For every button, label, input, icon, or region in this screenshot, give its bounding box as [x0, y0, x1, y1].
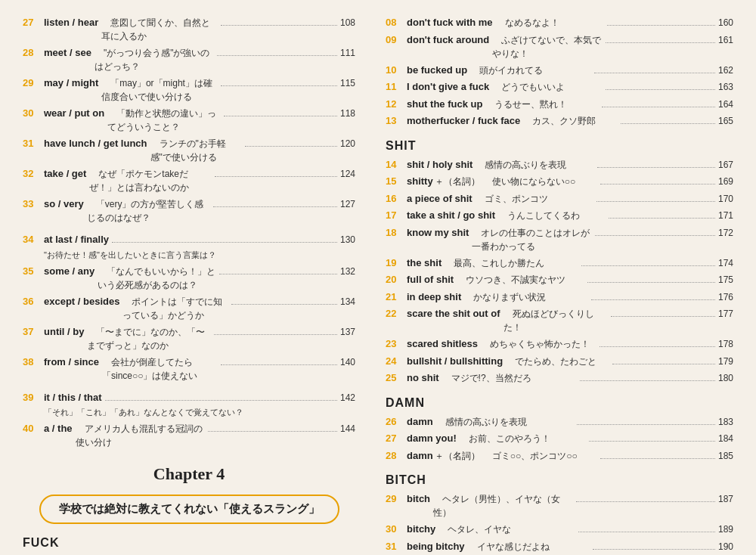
entry-desc: ヘタレ、イヤな — [438, 522, 575, 536]
list-item: 31being bitchy イヤな感じだよね190 — [386, 539, 733, 554]
entry-page: 184 — [718, 432, 733, 445]
entry-term: I don't give a fuck — [407, 79, 489, 95]
entry-dots — [215, 167, 337, 177]
entry-num: 27 — [386, 431, 407, 446]
entry-dots — [593, 540, 715, 550]
entry-dots — [217, 46, 337, 56]
entry-page: 187 — [718, 492, 733, 506]
entries-27-33: 27listen / hear 意図して聞くか、自然と耳に入るか10828mee… — [23, 15, 355, 225]
entry-extra: ＋（名詞） — [435, 175, 480, 188]
list-item: 23scared shitless めちゃくちゃ怖かった！178 — [386, 336, 733, 352]
entry-39: 39 it / this / that 142 「それ」「これ」「あれ」なんとな… — [23, 390, 355, 419]
page-layout: 27listen / hear 意図して聞くか、自然と耳に入るか10828mee… — [23, 15, 733, 555]
entry-term: wear / put on — [44, 106, 104, 121]
entry-num: 19 — [386, 256, 407, 271]
list-item: 31have lunch / get lunch ランチの"お手軽感"で使い分け… — [23, 136, 355, 164]
entry-num: 30 — [23, 106, 44, 121]
entry-num: 28 — [23, 45, 44, 60]
list-item: 33so / very 「very」の方が堅苦しく感じるのはなぜ？127 — [23, 197, 355, 225]
entry-page: 134 — [340, 295, 355, 309]
entry-page: 189 — [718, 522, 733, 536]
entry-desc: アメリカ人も混乱する冠詞の使い分け — [76, 422, 205, 449]
entry-page: 120 — [340, 137, 355, 150]
entry-desc: ふざけてないで、本気でやりな！ — [492, 33, 602, 60]
entry-page: 144 — [340, 422, 355, 436]
list-item: 30bitchy ヘタレ、イヤな189 — [386, 522, 733, 537]
entry-page: 178 — [718, 337, 733, 351]
entry-page: 169 — [718, 175, 733, 188]
entry-term: bitchy — [407, 522, 435, 537]
list-item: 27listen / hear 意図して聞くか、自然と耳に入るか108 — [23, 15, 355, 43]
entry-desc: "がっつり会う感"が強いのはどっち？ — [94, 46, 215, 73]
list-item: 25no shit マジで!?、当然だろ180 — [386, 371, 733, 386]
entry-page: 164 — [718, 98, 733, 111]
entry-desc: 「very」の方が堅苦しく感じるのはなぜ？ — [87, 197, 211, 225]
list-item: 27damn you! お前、このやろう！184 — [386, 431, 733, 446]
fuck-right-list: 08don't fuck with me なめるなよ！16009don't fu… — [386, 15, 733, 129]
entry-num: 09 — [386, 33, 407, 48]
entry-dots — [611, 307, 715, 317]
entry-num: 29 — [386, 491, 407, 507]
chapter-badge: 学校では絶対に教えてくれない「使えるスラング」 — [39, 495, 339, 524]
entry-num: 10 — [386, 63, 407, 78]
right-column: 08don't fuck with me なめるなよ！16009don't fu… — [386, 15, 733, 555]
entry-desc: でたらめ、たわごと — [506, 355, 609, 368]
list-item: 17take a shit / go shit うんこしてくるわ171 — [386, 208, 733, 223]
entry-dots — [580, 371, 715, 381]
list-item: 09don't fuck around ふざけてないで、本気でやりな！161 — [386, 33, 733, 60]
entry-num: 17 — [386, 208, 407, 223]
page-34: 130 — [340, 233, 355, 246]
damn-list: 26damn 感情の高ぶりを表現18327damn you! お前、このやろう！… — [386, 414, 733, 464]
entry-page: 170 — [718, 192, 733, 206]
entry-term: don't fuck around — [407, 33, 489, 48]
entry-num: 15 — [386, 174, 407, 189]
entry-dots — [595, 226, 715, 236]
subtitle-39: 「それ」「これ」「あれ」なんとなくで覚えてない？ — [44, 407, 355, 418]
entry-dots — [597, 158, 715, 168]
entry-desc: どうでもいいよ — [492, 80, 602, 94]
list-item: 29may / might 「may」or「might」は確信度合いで使い分ける… — [23, 76, 355, 104]
entry-page: 180 — [718, 371, 733, 385]
entry-desc: ゴミ、ポンコツ — [476, 192, 594, 206]
fuck-header: FUCK — [23, 536, 355, 550]
list-item: 24bullshit / bullshitting でたらめ、たわごと179 — [386, 354, 733, 369]
entry-term: take / get — [44, 166, 86, 181]
entry-term: except / besides — [44, 294, 119, 309]
entry-num: 28 — [386, 448, 407, 464]
entry-desc: ウソつき、不誠実なヤツ — [457, 273, 584, 287]
entry-term: don't fuck with me — [407, 15, 493, 30]
entry-term: bullshit / bullshitting — [407, 354, 503, 369]
entry-num: 11 — [386, 79, 407, 95]
entry-term: shit / holy shit — [407, 157, 472, 172]
entry-page: 190 — [718, 540, 733, 553]
entry-num: 08 — [386, 15, 407, 30]
entry-num: 18 — [386, 225, 407, 240]
entry-dots — [589, 432, 715, 442]
entry-desc: うるせー、黙れ！ — [485, 98, 599, 111]
entry-num: 24 — [386, 354, 407, 369]
list-item: 14shit / holy shit 感情の高ぶりを表現167 — [386, 157, 733, 172]
entry-dots — [213, 197, 337, 207]
entry-term: damn — [407, 414, 433, 429]
list-item: 28damn＋（名詞） ゴミ○○、ポンコツ○○185 — [386, 448, 733, 464]
entry-num: 26 — [386, 414, 407, 429]
entry-term: damn — [407, 448, 433, 464]
entry-desc: 「なんでもいいから！」という必死感があるのは？ — [98, 265, 215, 292]
entry-desc: マジで!?、当然だろ — [442, 371, 578, 385]
entry-dots — [219, 265, 337, 274]
entry-desc: 会社が倒産してたら「since○○」は使えない — [102, 355, 218, 383]
entry-page: 160 — [718, 16, 733, 29]
entry-dots — [208, 422, 337, 432]
entry-num: 29 — [23, 76, 44, 91]
list-item: 13motherfucker / fuck face カス、クソ野郎165 — [386, 113, 733, 129]
list-item: 08don't fuck with me なめるなよ！160 — [386, 15, 733, 30]
chapter-section: Chapter 4 学校では絶対に教えてくれない「使えるスラング」 — [23, 464, 355, 524]
entry-term: be fucked up — [407, 63, 467, 78]
entry-dots — [214, 325, 337, 335]
entry-num: 22 — [386, 306, 407, 321]
entry-desc: ランチの"お手軽感"で使い分ける — [150, 137, 243, 164]
list-item: 30wear / put on 「動作と状態の違い」ってどういうこと？118 — [23, 106, 355, 134]
list-item: 20full of shit ウソつき、不誠実なヤツ175 — [386, 272, 733, 287]
list-item: 12shut the fuck up うるせー、黙れ！164 — [386, 97, 733, 112]
entry-desc: うんこしてくるわ — [498, 209, 605, 222]
